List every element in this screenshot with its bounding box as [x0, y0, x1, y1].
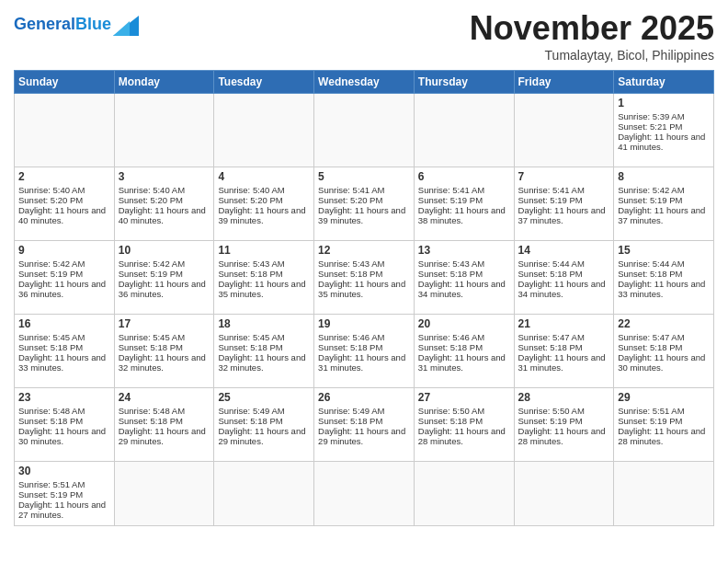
day-number: 4: [218, 170, 310, 183]
daylight-text: Daylight: 11 hours and 38 minutes.: [418, 205, 510, 225]
calendar-cell: 13Sunrise: 5:43 AMSunset: 5:18 PMDayligh…: [414, 241, 514, 315]
daylight-text: Daylight: 11 hours and 31 minutes.: [418, 352, 510, 373]
calendar-cell: 23Sunrise: 5:48 AMSunset: 5:18 PMDayligh…: [15, 388, 115, 462]
sunrise-text: Sunrise: 5:42 AM: [119, 259, 210, 269]
sunset-text: Sunset: 5:19 PM: [18, 489, 110, 500]
calendar-week-row: 2Sunrise: 5:40 AMSunset: 5:20 PMDaylight…: [15, 167, 714, 241]
daylight-text: Daylight: 11 hours and 36 minutes.: [18, 279, 110, 299]
daylight-text: Daylight: 11 hours and 30 minutes.: [618, 352, 710, 373]
sunrise-text: Sunrise: 5:40 AM: [119, 185, 210, 195]
day-number: 9: [18, 244, 110, 257]
sunrise-text: Sunrise: 5:48 AM: [119, 406, 210, 416]
daylight-text: Daylight: 11 hours and 35 minutes.: [218, 279, 310, 299]
sunset-text: Sunset: 5:19 PM: [18, 269, 110, 279]
daylight-text: Daylight: 11 hours and 31 minutes.: [518, 352, 610, 373]
sunrise-text: Sunrise: 5:50 AM: [418, 406, 510, 416]
daylight-text: Daylight: 11 hours and 33 minutes.: [18, 352, 110, 373]
day-number: 6: [418, 170, 510, 183]
sunrise-text: Sunrise: 5:42 AM: [18, 259, 110, 269]
daylight-text: Daylight: 11 hours and 40 minutes.: [119, 205, 210, 225]
daylight-text: Daylight: 11 hours and 29 minutes.: [119, 426, 210, 446]
sunset-text: Sunset: 5:18 PM: [518, 342, 610, 352]
sunset-text: Sunset: 5:18 PM: [418, 416, 510, 426]
weekday-header: Saturday: [614, 71, 714, 94]
calendar-cell: [15, 94, 115, 167]
calendar-cell: 12Sunrise: 5:43 AMSunset: 5:18 PMDayligh…: [314, 241, 415, 315]
calendar-cell: 10Sunrise: 5:42 AMSunset: 5:19 PMDayligh…: [114, 241, 214, 315]
calendar-cell: 27Sunrise: 5:50 AMSunset: 5:18 PMDayligh…: [414, 388, 514, 462]
sunset-text: Sunset: 5:18 PM: [218, 342, 310, 352]
daylight-text: Daylight: 11 hours and 34 minutes.: [518, 279, 610, 299]
weekday-header: Friday: [514, 71, 614, 94]
sunset-text: Sunset: 5:18 PM: [618, 342, 710, 352]
title-block: November 2025 Tumalaytay, Bicol, Philipp…: [470, 9, 714, 63]
sunrise-text: Sunrise: 5:47 AM: [618, 332, 710, 342]
sunrise-text: Sunrise: 5:41 AM: [518, 185, 610, 195]
calendar-cell: 1Sunrise: 5:39 AMSunset: 5:21 PMDaylight…: [614, 94, 714, 167]
calendar-cell: [514, 462, 614, 526]
sunrise-text: Sunrise: 5:39 AM: [618, 111, 710, 121]
calendar-cell: 9Sunrise: 5:42 AMSunset: 5:19 PMDaylight…: [15, 241, 115, 315]
sunset-text: Sunset: 5:18 PM: [119, 416, 210, 426]
sunset-text: Sunset: 5:18 PM: [318, 416, 410, 426]
day-number: 3: [119, 170, 210, 183]
sunset-text: Sunset: 5:20 PM: [318, 195, 410, 205]
sunset-text: Sunset: 5:20 PM: [119, 195, 210, 205]
day-number: 8: [618, 170, 710, 183]
calendar-cell: [314, 462, 415, 526]
location: Tumalaytay, Bicol, Philippines: [470, 48, 714, 63]
day-number: 24: [119, 391, 210, 404]
day-number: 13: [418, 244, 510, 257]
calendar-cell: 30Sunrise: 5:51 AMSunset: 5:19 PMDayligh…: [15, 462, 115, 526]
sunrise-text: Sunrise: 5:45 AM: [119, 332, 210, 342]
weekday-header: Tuesday: [214, 71, 314, 94]
sunset-text: Sunset: 5:19 PM: [119, 269, 210, 279]
calendar-cell: 6Sunrise: 5:41 AMSunset: 5:19 PMDaylight…: [414, 167, 514, 241]
day-number: 14: [518, 244, 610, 257]
logo: GeneralBlue: [14, 9, 139, 36]
sunrise-text: Sunrise: 5:40 AM: [18, 185, 110, 195]
sunrise-text: Sunrise: 5:46 AM: [318, 332, 410, 342]
sunrise-text: Sunrise: 5:42 AM: [618, 185, 710, 195]
calendar-cell: 8Sunrise: 5:42 AMSunset: 5:19 PMDaylight…: [614, 167, 714, 241]
sunrise-text: Sunrise: 5:41 AM: [318, 185, 410, 195]
sunset-text: Sunset: 5:19 PM: [518, 195, 610, 205]
sunset-text: Sunset: 5:18 PM: [618, 269, 710, 279]
sunset-text: Sunset: 5:19 PM: [518, 416, 610, 426]
daylight-text: Daylight: 11 hours and 35 minutes.: [318, 279, 410, 299]
calendar-cell: 11Sunrise: 5:43 AMSunset: 5:18 PMDayligh…: [214, 241, 314, 315]
calendar-cell: 29Sunrise: 5:51 AMSunset: 5:19 PMDayligh…: [614, 388, 714, 462]
calendar-cell: [214, 462, 314, 526]
calendar-cell: 16Sunrise: 5:45 AMSunset: 5:18 PMDayligh…: [15, 315, 115, 388]
sunrise-text: Sunrise: 5:46 AM: [418, 332, 510, 342]
calendar-cell: [114, 94, 214, 167]
daylight-text: Daylight: 11 hours and 28 minutes.: [518, 426, 610, 446]
day-number: 11: [218, 244, 310, 257]
daylight-text: Daylight: 11 hours and 37 minutes.: [518, 205, 610, 225]
sunset-text: Sunset: 5:18 PM: [18, 342, 110, 352]
sunrise-text: Sunrise: 5:43 AM: [318, 259, 410, 269]
sunrise-text: Sunrise: 5:44 AM: [518, 259, 610, 269]
calendar-week-row: 1Sunrise: 5:39 AMSunset: 5:21 PMDaylight…: [15, 94, 714, 167]
calendar-cell: [614, 462, 714, 526]
day-number: 18: [218, 317, 310, 330]
day-number: 20: [418, 317, 510, 330]
calendar-cell: [414, 462, 514, 526]
logo-icon: [113, 16, 139, 36]
calendar-cell: [314, 94, 415, 167]
calendar-cell: 21Sunrise: 5:47 AMSunset: 5:18 PMDayligh…: [514, 315, 614, 388]
daylight-text: Daylight: 11 hours and 29 minutes.: [218, 426, 310, 446]
sunrise-text: Sunrise: 5:45 AM: [218, 332, 310, 342]
sunset-text: Sunset: 5:18 PM: [318, 269, 410, 279]
day-number: 23: [18, 391, 110, 404]
logo-text: GeneralBlue: [14, 16, 111, 34]
calendar-cell: 25Sunrise: 5:49 AMSunset: 5:18 PMDayligh…: [214, 388, 314, 462]
day-number: 25: [218, 391, 310, 404]
day-number: 19: [318, 317, 410, 330]
weekday-header-row: SundayMondayTuesdayWednesdayThursdayFrid…: [15, 71, 714, 94]
header: GeneralBlue November 2025 Tumalaytay, Bi…: [14, 9, 714, 63]
daylight-text: Daylight: 11 hours and 30 minutes.: [18, 426, 110, 446]
day-number: 10: [119, 244, 210, 257]
sunset-text: Sunset: 5:19 PM: [418, 195, 510, 205]
calendar-cell: 19Sunrise: 5:46 AMSunset: 5:18 PMDayligh…: [314, 315, 415, 388]
